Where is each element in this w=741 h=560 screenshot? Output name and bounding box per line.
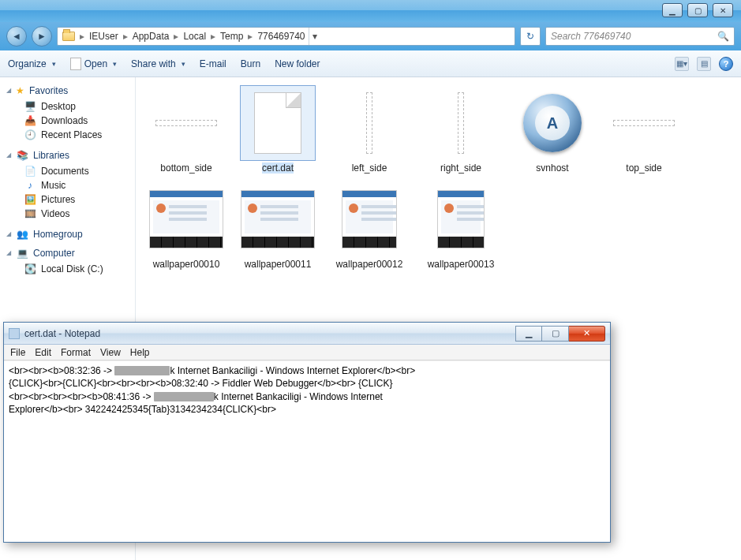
music-icon: ♪: [24, 180, 36, 191]
image-thumb: [437, 190, 485, 248]
notepad-window: cert.dat - Notepad ▁ ▢ ✕ File Edit Forma…: [3, 322, 611, 543]
redaction: [114, 366, 170, 375]
sidebar-item-documents[interactable]: 📄Documents: [6, 164, 135, 178]
image-thumb: [241, 190, 315, 248]
file-item[interactable]: Asvnhost: [510, 85, 595, 174]
downloads-icon: 📥: [24, 115, 36, 126]
explorer-maximize-button[interactable]: ▢: [687, 3, 708, 17]
drive-icon: 💽: [24, 263, 36, 274]
image-thumb: [149, 190, 223, 248]
help-button[interactable]: ?: [719, 57, 733, 71]
search-icon: 🔍: [717, 31, 729, 42]
menu-view[interactable]: View: [100, 347, 121, 358]
image-thumb: [342, 190, 397, 248]
image-thumb: [155, 120, 217, 126]
recent-icon: 🕘: [24, 129, 36, 140]
sidebar-item-recent[interactable]: 🕘Recent Places: [6, 128, 135, 142]
computer-icon: 💻: [16, 248, 28, 259]
sidebar-item-downloads[interactable]: 📥Downloads: [6, 114, 135, 128]
menu-file[interactable]: File: [10, 347, 25, 358]
libraries-icon: 📚: [16, 150, 28, 161]
homegroup-header[interactable]: 👥Homegroup: [6, 229, 135, 240]
file-item-selected[interactable]: cert.dat: [235, 85, 320, 174]
organize-button[interactable]: Organize: [8, 58, 56, 69]
sidebar-item-videos[interactable]: 🎞️Videos: [6, 207, 135, 221]
document-icon: [254, 92, 301, 154]
view-options-button[interactable]: ▦▾: [675, 57, 689, 71]
explorer-minimize-button[interactable]: ▁: [662, 3, 683, 17]
file-item[interactable]: bottom_side: [144, 85, 229, 174]
computer-header[interactable]: 💻Computer: [6, 248, 135, 259]
breadcrumb[interactable]: AppData: [133, 31, 170, 42]
email-button[interactable]: E-mail: [200, 58, 226, 69]
redaction: [154, 392, 214, 401]
desktop-icon: 🖥️: [24, 101, 36, 112]
file-item[interactable]: wallpaper00011: [235, 181, 320, 270]
homegroup-icon: 👥: [16, 229, 28, 240]
explorer-close-button[interactable]: ✕: [713, 3, 733, 17]
file-item[interactable]: wallpaper00013: [418, 181, 503, 270]
libraries-header[interactable]: 📚Libraries: [6, 150, 135, 161]
notepad-menubar: File Edit Format View Help: [4, 345, 610, 360]
sidebar-item-pictures[interactable]: 🖼️Pictures: [6, 192, 135, 207]
file-item[interactable]: wallpaper00012: [327, 181, 412, 270]
preview-pane-button[interactable]: ▤: [697, 57, 711, 71]
notepad-maximize-button[interactable]: ▢: [542, 326, 569, 342]
burn-button[interactable]: Burn: [241, 58, 260, 69]
breadcrumb[interactable]: Temp: [220, 31, 243, 42]
documents-icon: 📄: [24, 166, 36, 177]
address-bar[interactable]: ▸ IEUser▸ AppData▸ Local▸ Temp▸ 77646974…: [57, 27, 515, 46]
notepad-title: cert.dat - Notepad: [24, 328, 100, 339]
search-placeholder: Search 776469740: [551, 31, 631, 42]
breadcrumb[interactable]: IEUser: [89, 31, 118, 42]
menu-help[interactable]: Help: [130, 347, 150, 358]
notepad-titlebar[interactable]: cert.dat - Notepad ▁ ▢ ✕: [4, 323, 610, 345]
pictures-icon: 🖼️: [24, 194, 36, 205]
image-thumb: [366, 92, 372, 154]
sidebar-item-desktop[interactable]: 🖥️Desktop: [6, 99, 135, 114]
favorites-header[interactable]: ★Favorites: [6, 85, 135, 96]
star-icon: ★: [16, 85, 24, 96]
folder-icon: [62, 32, 75, 41]
videos-icon: 🎞️: [24, 208, 36, 219]
address-dropdown[interactable]: ▾: [309, 28, 321, 45]
explorer-toolbar: Organize Open Share with E-mail Burn New…: [0, 50, 741, 77]
sidebar-item-music[interactable]: ♪Music: [6, 178, 135, 192]
back-button[interactable]: ◄: [6, 26, 27, 47]
file-item[interactable]: right_side: [418, 85, 503, 174]
notepad-icon: [9, 328, 20, 339]
notepad-minimize-button[interactable]: ▁: [515, 326, 542, 342]
document-icon: [70, 58, 81, 70]
image-thumb: [458, 92, 464, 154]
search-input[interactable]: Search 776469740 🔍: [545, 27, 735, 46]
refresh-button[interactable]: ↻: [520, 27, 541, 46]
forward-button[interactable]: ►: [32, 26, 52, 47]
file-item[interactable]: wallpaper00010: [144, 181, 229, 270]
share-with-button[interactable]: Share with: [131, 58, 185, 69]
file-item[interactable]: top_side: [601, 85, 687, 174]
breadcrumb[interactable]: Local: [183, 31, 206, 42]
file-item[interactable]: left_side: [327, 85, 412, 174]
open-button[interactable]: Open: [70, 58, 117, 70]
new-folder-button[interactable]: New folder: [275, 58, 320, 69]
menu-format[interactable]: Format: [61, 347, 91, 358]
menu-edit[interactable]: Edit: [35, 347, 51, 358]
notepad-text-area[interactable]: <br><br><b>08:32:36 -> k Internet Bankac…: [4, 360, 610, 542]
app-icon: A: [523, 94, 582, 152]
sidebar-item-localdisk[interactable]: 💽Local Disk (C:): [6, 262, 135, 276]
notepad-close-button[interactable]: ✕: [569, 326, 605, 342]
explorer-titlebar: ▁ ▢ ✕: [0, 0, 741, 22]
breadcrumb[interactable]: 776469740: [257, 31, 305, 42]
explorer-navbar: ◄ ► ▸ IEUser▸ AppData▸ Local▸ Temp▸ 7764…: [0, 22, 741, 50]
image-thumb: [613, 120, 675, 126]
